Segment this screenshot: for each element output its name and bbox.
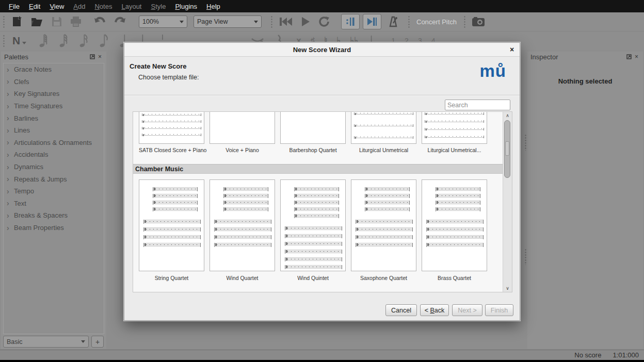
open-file-button[interactable] (29, 15, 45, 28)
chevron-right-icon: › (7, 175, 14, 183)
note-32nd-button[interactable] (58, 32, 70, 49)
dialog-title: New Score Wizard (140, 46, 504, 54)
palettes-header: Palettes × (1, 52, 106, 62)
play-repeats-toggle[interactable] (341, 14, 360, 29)
note-input-button[interactable]: N (12, 35, 20, 47)
palette-tempo[interactable]: ›Tempo (4, 185, 104, 198)
close-panel-button[interactable]: × (96, 53, 103, 60)
template-card-saxophone-quartet[interactable] (351, 179, 416, 271)
menu-plugins[interactable]: Plugins (170, 3, 202, 10)
dialog-close-button[interactable]: × (504, 45, 520, 54)
palette-time-signatures[interactable]: ›Time Signatures (4, 100, 104, 112)
palette-repeats-jumps[interactable]: ›Repeats & Jumps (4, 173, 104, 185)
concert-pitch-toggle[interactable]: Concert Pitch (416, 18, 457, 26)
add-workspace-button[interactable]: + (91, 336, 104, 348)
template-card-liturgical2[interactable] (422, 111, 487, 144)
save-button[interactable] (50, 15, 63, 28)
menu-edit[interactable]: Edit (24, 3, 45, 10)
template-thumbnail (139, 111, 204, 143)
palette-beam-properties[interactable]: ›Beam Properties (4, 222, 104, 234)
chevron-down-icon[interactable] (22, 42, 26, 44)
float-panel-button[interactable] (625, 54, 633, 59)
template-card-brass-quartet[interactable] (422, 179, 487, 271)
note-16th-button[interactable] (78, 32, 90, 49)
template-name: Saxophone Quartet (351, 275, 416, 281)
redo-button[interactable] (112, 15, 128, 28)
play-icon (300, 17, 311, 27)
template-name: SATB Closed Score + Piano (139, 147, 204, 153)
view-mode-combobox[interactable]: Page View (194, 15, 262, 28)
template-card-string-quartet[interactable] (139, 179, 204, 271)
scroll-up-icon[interactable]: ∧ (503, 113, 512, 118)
repeat-sign-icon (345, 17, 356, 27)
template-search-input[interactable] (445, 100, 510, 110)
scroll-down-icon[interactable]: ∨ (503, 286, 512, 291)
toolbar-drag-handle[interactable] (463, 15, 466, 28)
toolbar-drag-handle[interactable] (2, 34, 5, 47)
menu-add[interactable]: Add (69, 3, 90, 10)
loop-playback-button[interactable] (317, 15, 331, 28)
splitter-handle[interactable] (524, 134, 527, 151)
metronome-button[interactable] (387, 15, 399, 28)
palette-text[interactable]: ›Text (4, 198, 104, 210)
palette-accidentals[interactable]: ›Accidentals (4, 149, 104, 161)
undo-button[interactable] (92, 15, 107, 28)
template-name: Wind Quartet (210, 275, 275, 281)
wizard-heading: Create New Score (130, 62, 187, 70)
palette-grace-notes[interactable]: ›Grace Notes (4, 63, 104, 76)
print-button[interactable] (69, 15, 83, 28)
back-button[interactable]: < Back (420, 304, 449, 316)
dialog-titlebar[interactable]: New Score Wizard × (124, 43, 520, 57)
palettes-panel: Palettes × ›Grace Notes ›Clefs ›Key Sign… (1, 52, 106, 349)
note-64th-button[interactable] (38, 32, 50, 49)
template-name: Wind Quintet (280, 275, 346, 281)
cancel-button[interactable]: Cancel (385, 304, 417, 316)
palette-articulations[interactable]: ›Articulations & Ornaments (4, 137, 104, 149)
template-card-satb[interactable] (139, 111, 204, 144)
palette-key-signatures[interactable]: ›Key Signatures (4, 88, 104, 100)
menu-notes[interactable]: Notes (90, 3, 117, 10)
palette-label: Accidentals (14, 151, 48, 158)
rewind-button[interactable] (278, 15, 294, 28)
template-thumbnail (351, 111, 416, 143)
palette-label: Dynamics (14, 163, 43, 171)
palette-lines[interactable]: ›Lines (4, 124, 104, 137)
template-thumbnail (422, 180, 487, 271)
scrollbar-thumb[interactable] (504, 120, 510, 178)
float-panel-button[interactable] (88, 54, 96, 59)
palette-dynamics[interactable]: ›Dynamics (4, 161, 104, 173)
menu-layout[interactable]: Layout (117, 3, 146, 10)
template-list: SATB Closed Score + Piano Voice + Piano … (133, 111, 512, 292)
chevron-down-icon (81, 340, 85, 343)
loop-icon (318, 16, 330, 27)
image-capture-button[interactable] (471, 15, 486, 28)
menu-help[interactable]: Help (202, 3, 225, 10)
template-card-wind-quintet[interactable] (280, 179, 346, 271)
palette-breaks-spacers[interactable]: ›Breaks & Spacers (4, 209, 104, 222)
template-card-wind-quartet[interactable] (210, 179, 275, 271)
note-16th-icon (79, 34, 89, 48)
template-list-scrollbar[interactable]: ∧ ∨ (503, 112, 512, 292)
menu-style[interactable]: Style (146, 3, 170, 10)
play-button[interactable] (299, 15, 312, 28)
menu-file[interactable]: File (4, 3, 24, 10)
new-score-button[interactable] (10, 14, 24, 29)
toolbar-drag-handle[interactable] (2, 15, 5, 28)
splitter-handle[interactable] (524, 249, 527, 265)
zoom-combobox[interactable]: 100% (139, 15, 187, 28)
palette-clefs[interactable]: ›Clefs (4, 76, 104, 88)
note-eighth-button[interactable] (98, 32, 110, 49)
close-panel-button[interactable]: × (633, 53, 640, 60)
menu-view[interactable]: View (45, 3, 69, 10)
finish-button[interactable]: Finish (485, 304, 513, 316)
workspace-combobox[interactable]: Basic (3, 336, 89, 348)
palette-barlines[interactable]: ›Barlines (4, 112, 104, 124)
template-card-voice-piano[interactable] (210, 111, 275, 144)
toolbar-drag-handle[interactable] (407, 15, 410, 28)
template-name: String Quartet (139, 275, 204, 281)
pan-playback-toggle[interactable] (363, 14, 381, 29)
next-button[interactable]: Next > (452, 304, 482, 316)
template-card-barbershop[interactable] (280, 111, 346, 144)
template-card-liturgical[interactable] (351, 111, 416, 144)
toolbar-drag-handle[interactable] (270, 15, 273, 28)
